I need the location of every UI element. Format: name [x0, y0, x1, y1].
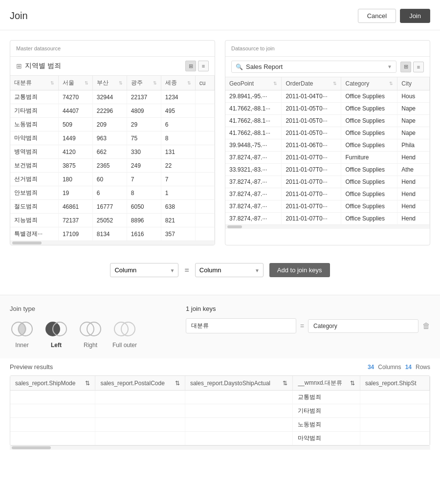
join-grid-view-icon[interactable]: ⊞ — [400, 62, 411, 72]
full-outer-join-icon — [112, 319, 137, 339]
table-cell: 교통범죄 — [293, 391, 360, 404]
join-dialog: Join Cancel Join Master datasource ⊞ 지역별… — [0, 0, 440, 504]
col-header-category[interactable]: Category⇅ — [341, 77, 397, 90]
table-cell: 병역범죄 — [10, 145, 58, 159]
preview-col-shipst[interactable]: sales_report.ShipSt — [360, 376, 429, 391]
table-cell: 기타범죄 — [10, 104, 58, 118]
master-table-container: 대분류⇅ 서울⇅ 부산⇅ 광주⇅ 세종⇅ cu 교통범죄742703294422… — [10, 76, 215, 241]
join-type-full-outer[interactable]: Full outer — [112, 319, 137, 349]
table-cell: Hend — [397, 176, 430, 188]
col-header-orderdate[interactable]: OrderDate⇅ — [282, 77, 341, 90]
col-header-sejong[interactable]: 세종⇅ — [161, 76, 195, 90]
preview-scroll-thumb[interactable] — [12, 446, 51, 449]
table-cell: Office Supplies — [341, 115, 397, 127]
table-row: 마약범죄 — [10, 432, 430, 445]
table-cell: 지능범죄 — [10, 214, 58, 227]
left-column-select[interactable]: Column — [110, 263, 178, 277]
table-cell: 821 — [161, 214, 195, 227]
table-cell: Office Supplies — [341, 103, 397, 115]
preview-data-table: sales_report.ShipMode⇅ sales_report.Post… — [10, 376, 430, 445]
join-button[interactable]: Join — [400, 9, 430, 23]
table-cell — [95, 432, 185, 445]
table-cell: 2011-01-07T0··· — [282, 176, 341, 188]
table-cell: 22137 — [127, 90, 161, 104]
table-cell: 노동범죄 — [293, 418, 360, 432]
table-row: 교통범죄7427032944221371234 — [10, 90, 215, 104]
master-title-row: ⊞ 지역별 범죄 ⊞ ≡ — [10, 57, 215, 76]
join-keys-count-num: 1 join keys — [186, 305, 216, 312]
cancel-button[interactable]: Cancel — [358, 9, 396, 23]
join-search-bar[interactable]: 🔍 Sales Report ▼ — [231, 61, 396, 73]
table-cell: 8134 — [92, 227, 127, 241]
preview-bottom-scrollbar[interactable] — [10, 446, 430, 450]
preview-rows-count: 14 — [405, 364, 412, 371]
join-key-row: 대분류 = Category 🗑 — [186, 318, 430, 333]
table-row: 교통범죄 — [10, 391, 430, 404]
table-cell: 74270 — [58, 90, 92, 104]
table-cell: 209 — [92, 118, 127, 131]
grid-view-icon[interactable]: ⊞ — [185, 61, 196, 71]
table-cell: Hend — [397, 188, 430, 200]
master-scrollbar[interactable] — [10, 241, 215, 245]
left-col-select-wrapper: Column ▼ — [110, 263, 178, 277]
col-header-city[interactable]: City — [397, 77, 430, 90]
table-row: 29.8941,-95.···2011-01-04T0···Office Sup… — [225, 90, 430, 103]
table-cell — [10, 418, 95, 432]
table-cell — [195, 90, 214, 104]
delete-join-key-button[interactable]: 🗑 — [422, 322, 430, 330]
preview-col-shipmode[interactable]: sales_report.ShipMode⇅ — [10, 376, 95, 391]
table-cell: 절도범죄 — [10, 200, 58, 214]
table-row: 기타범죄44407222964809495 — [10, 104, 215, 118]
list-view-icon[interactable]: ≡ — [198, 61, 209, 71]
table-cell: 33.9321,-83.··· — [225, 164, 282, 176]
table-cell: 963 — [92, 131, 127, 145]
left-join-icon — [44, 319, 68, 339]
table-cell: 37.8274,-87.··· — [225, 188, 282, 200]
table-cell: 2365 — [92, 159, 127, 173]
table-cell — [195, 145, 214, 159]
join-list-view-icon[interactable]: ≡ — [413, 62, 424, 72]
col-header-geopoint[interactable]: GeoPoint⇅ — [225, 77, 282, 90]
table-cell: Nape — [397, 115, 430, 127]
join-type-right[interactable]: Right — [78, 319, 103, 349]
table-cell: 1616 — [127, 227, 161, 241]
preview-col-daystoship[interactable]: sales_report.DaystoShipActual⇅ — [185, 376, 292, 391]
table-row: 노동범죄509209296 — [10, 118, 215, 131]
preview-col-daebunryu[interactable]: __wmnxd.대분류⇅ — [293, 376, 360, 391]
table-cell: 495 — [161, 104, 195, 118]
table-cell: 32944 — [92, 90, 127, 104]
join-header-row: GeoPoint⇅ OrderDate⇅ Category⇅ City — [225, 77, 430, 90]
join-type-left[interactable]: Left — [44, 319, 68, 349]
col-header-cu[interactable]: cu — [195, 76, 214, 90]
join-type-inner[interactable]: Inner — [10, 319, 34, 349]
table-row: 기타범죄 — [10, 404, 430, 418]
col-header-daebunryu[interactable]: 대분류⇅ — [10, 76, 58, 90]
table-cell: 330 — [127, 145, 161, 159]
inner-join-icon — [10, 319, 34, 339]
join-scroll-thumb[interactable] — [227, 225, 242, 228]
preview-stats: 34 Columns 14 Rows — [368, 364, 430, 371]
table-cell — [360, 404, 429, 418]
full-outer-join-label: Full outer — [112, 342, 137, 349]
preview-col-postalcode[interactable]: sales_report.PostalCode⇅ — [95, 376, 185, 391]
table-cell: 2011-01-07T0··· — [282, 188, 341, 200]
table-cell: 44407 — [58, 104, 92, 118]
col-header-seoul[interactable]: 서울⇅ — [58, 76, 92, 90]
table-cell: Hend — [397, 213, 430, 225]
preview-header: Preview results 34 Columns 14 Rows — [10, 358, 430, 375]
right-column-select[interactable]: Column — [195, 263, 264, 277]
add-join-keys-button[interactable]: Add to join keys — [269, 263, 330, 277]
join-scrollbar[interactable] — [225, 225, 430, 229]
table-cell — [195, 227, 214, 241]
table-cell: 72137 — [58, 214, 92, 227]
preview-section: Preview results 34 Columns 14 Rows sales… — [0, 358, 440, 460]
table-cell: 2011-01-06T0··· — [282, 139, 341, 152]
col-header-busan[interactable]: 부산⇅ — [92, 76, 127, 90]
join-keys-panel: 1 join keys 대분류 = Category 🗑 — [186, 305, 430, 349]
table-row: 마약범죄1449963758 — [10, 131, 215, 145]
table-cell: Nape — [397, 127, 430, 139]
master-scroll-thumb[interactable] — [12, 241, 42, 244]
table-cell: Office Supplies — [341, 139, 397, 152]
table-cell — [195, 118, 214, 131]
col-header-gwangju[interactable]: 광주⇅ — [127, 76, 161, 90]
